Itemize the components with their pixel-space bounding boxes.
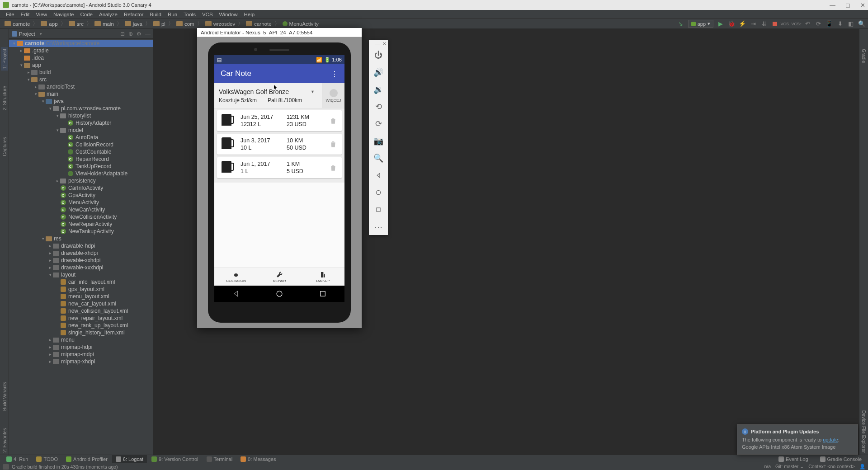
tree-item[interactable]: ▾java: [9, 98, 153, 105]
phone-screen[interactable]: ▤ 📶 🔋 1:06 Car Note ⋮ VolksW: [214, 55, 344, 286]
tab-device-explorer[interactable]: Device File Explorer: [860, 409, 868, 455]
update-link[interactable]: update: [823, 437, 838, 442]
emu-more-icon[interactable]: ⋯: [374, 222, 383, 231]
tree-item[interactable]: gps_layout.xml: [9, 286, 153, 293]
menu-build[interactable]: Build: [146, 12, 165, 17]
menu-file[interactable]: File: [3, 12, 18, 17]
nav-tankup[interactable]: TANKUP: [301, 268, 344, 286]
menu-refactor[interactable]: Refactor: [121, 12, 146, 17]
more-info-button[interactable]: WIĘCEJ: [322, 83, 344, 108]
tab-favorites[interactable]: 2: Favorites: [1, 426, 8, 455]
tree-item[interactable]: CRepairRecord: [9, 155, 153, 163]
avd-manager-icon[interactable]: 📱: [826, 20, 833, 28]
tree-item[interactable]: ▸persistency: [9, 177, 153, 184]
tree-item[interactable]: CGpsActivity: [9, 192, 153, 199]
make-project-icon[interactable]: ↘: [677, 20, 684, 28]
menu-code[interactable]: Code: [77, 12, 96, 17]
emulator-titlebar[interactable]: Android Emulator - Nexus_5_API_24_A7.0:5…: [197, 28, 362, 37]
hide-panel-icon[interactable]: —: [145, 31, 151, 37]
tree-item[interactable]: new_collision_layout.xml: [9, 307, 153, 315]
run-config-dropdown[interactable]: app ▾: [688, 20, 713, 28]
collapse-all-icon[interactable]: ⊟: [120, 31, 125, 37]
tree-item[interactable]: ▸drawable-xhdpi: [9, 249, 153, 257]
history-card[interactable]: Jun 3, 2017 10 KM 10 L 50 USD: [217, 134, 342, 155]
volume-down-icon[interactable]: 🔉: [374, 85, 383, 94]
crumb-app[interactable]: app: [39, 21, 59, 27]
tree-item[interactable]: ▸drawable-xxxhdpi: [9, 264, 153, 271]
tab-gradle-console[interactable]: Gradle Console: [816, 456, 865, 462]
layout-inspector-icon[interactable]: ◧: [847, 20, 854, 28]
sync-gradle-icon[interactable]: ⟳: [815, 20, 822, 28]
tree-item[interactable]: ViewHolderAdaptable: [9, 170, 153, 177]
tree-item[interactable]: CMenuActivity: [9, 199, 153, 206]
tree-item[interactable]: CNewCarActivity: [9, 206, 153, 213]
crumb-src[interactable]: src: [67, 21, 85, 27]
crumb-main[interactable]: main: [93, 21, 116, 27]
emulator-window[interactable]: Android Emulator - Nexus_5_API_24_A7.0:5…: [197, 28, 362, 328]
vcs-commit-icon[interactable]: VCS↑: [793, 20, 800, 28]
tree-item[interactable]: CCollisionRecord: [9, 141, 153, 148]
menu-window[interactable]: Window: [216, 12, 241, 17]
home-button-icon[interactable]: [275, 290, 283, 298]
menu-help[interactable]: Help: [241, 12, 258, 17]
tab-run[interactable]: 4: Run: [3, 455, 32, 463]
overflow-menu-icon[interactable]: ⋮: [331, 70, 338, 78]
run-button-icon[interactable]: ▶: [717, 20, 724, 28]
tree-item[interactable]: new_tank_up_layout.xml: [9, 322, 153, 329]
tree-item[interactable]: ▾layout: [9, 271, 153, 278]
crumb-carnote[interactable]: carnote: [244, 21, 273, 27]
tree-item[interactable]: CNewRepairActivity: [9, 221, 153, 228]
tab-captures[interactable]: Captures: [1, 135, 8, 158]
nav-collision[interactable]: COLISSION: [214, 268, 258, 286]
delete-icon[interactable]: [329, 140, 337, 149]
crumb-wrzosdev[interactable]: wrzosdev: [203, 21, 237, 27]
tree-item[interactable]: ▸menu: [9, 336, 153, 343]
status-context[interactable]: Context: <no context>: [808, 464, 855, 470]
tab-gradle[interactable]: Gradle: [860, 47, 868, 65]
tree-item[interactable]: ▸.gradle: [9, 47, 153, 54]
emu-close-icon[interactable]: ✕: [382, 41, 386, 46]
tree-item[interactable]: menu_layout.xml: [9, 293, 153, 300]
minimize-button[interactable]: —: [830, 2, 835, 9]
crumb-java[interactable]: java: [123, 21, 144, 27]
tree-item[interactable]: ▸mipmap-hdpi: [9, 343, 153, 351]
update-notification[interactable]: i Platform and Plugin Updates The follow…: [737, 424, 858, 455]
menu-vcs[interactable]: VCS: [199, 12, 216, 17]
emulator-toolbar[interactable]: — ✕ ⏻ 🔊 🔉 ⟲ ⟳ 📷 🔍 ⋯: [369, 40, 388, 235]
tree-item[interactable]: ▸build: [9, 69, 153, 76]
apply-changes-icon[interactable]: ⇊: [760, 20, 768, 28]
emu-back-icon[interactable]: [374, 171, 383, 180]
emu-minimize-icon[interactable]: —: [375, 41, 380, 46]
close-button[interactable]: ✕: [860, 2, 865, 9]
tree-item[interactable]: ▾main: [9, 90, 153, 98]
tree-root[interactable]: ▾carnote C:\Workspace\carnote: [9, 40, 153, 47]
project-tree[interactable]: ▾carnote C:\Workspace\carnote ▸.gradle .…: [9, 39, 153, 455]
tree-item[interactable]: ▾model: [9, 127, 153, 134]
menu-view[interactable]: View: [33, 12, 50, 17]
tab-logcat[interactable]: 6: Logcat: [112, 455, 147, 463]
tree-item[interactable]: CHistoryAdapter: [9, 119, 153, 127]
rotate-left-icon[interactable]: ⟲: [374, 102, 383, 111]
tree-item[interactable]: ▸drawable-hdpi: [9, 242, 153, 249]
tab-todo[interactable]: TODO: [33, 455, 61, 463]
tab-terminal[interactable]: Terminal: [203, 455, 236, 463]
nav-repair[interactable]: REPAIR: [258, 268, 301, 286]
tab-build-variants[interactable]: Build Variants: [1, 380, 8, 413]
scroll-from-source-icon[interactable]: ⊕: [128, 31, 133, 37]
tree-item[interactable]: CAutoData: [9, 134, 153, 141]
settings-icon[interactable]: ⚙: [137, 31, 142, 37]
tree-item[interactable]: CostCountable: [9, 148, 153, 155]
tree-item[interactable]: ▸drawable-xxhdpi: [9, 257, 153, 264]
tree-item[interactable]: single_history_item.xml: [9, 329, 153, 336]
history-list[interactable]: Jun 25, 2017 1231 KM 12312 L 23 USD Jun …: [214, 108, 344, 183]
tree-item[interactable]: .idea: [9, 54, 153, 61]
status-hector-icon[interactable]: 👤: [859, 464, 865, 470]
emu-overview-icon[interactable]: [374, 205, 383, 214]
tree-item[interactable]: ▾src: [9, 76, 153, 83]
menu-edit[interactable]: Edit: [18, 12, 33, 17]
back-button-icon[interactable]: [232, 290, 240, 298]
attach-debugger-icon[interactable]: ⇥: [750, 20, 757, 28]
crumb-project[interactable]: carnote: [3, 21, 32, 27]
power-icon[interactable]: ⏻: [374, 51, 383, 60]
status-git-branch[interactable]: Git: master ⌄: [775, 464, 804, 470]
